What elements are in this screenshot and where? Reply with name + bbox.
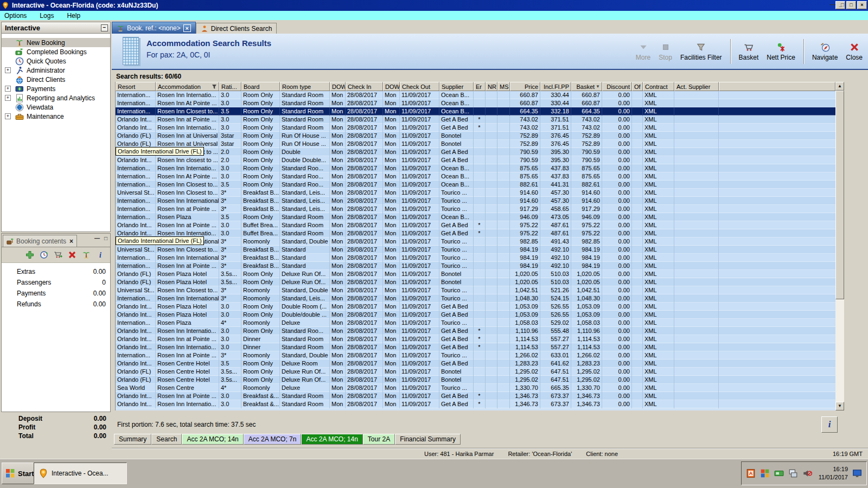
tab-direct-clients-search[interactable]: Direct Clients Search <box>196 23 277 34</box>
add-icon[interactable] <box>25 251 34 259</box>
column-header-contract[interactable]: Contract <box>643 82 674 91</box>
table-row[interactable]: Orlando Int...Rosen Inn Internatio...3.0… <box>116 327 835 335</box>
mdi-restore-icon[interactable]: □ <box>841 2 844 8</box>
column-header-nr[interactable]: NR <box>486 82 497 91</box>
expand-plus-icon[interactable]: + <box>5 95 11 101</box>
table-row[interactable]: Internation...Rosen Inn at Pointe ...3*R… <box>116 351 835 359</box>
nett-price-button[interactable]: Nett Price <box>767 42 795 61</box>
column-header-dow[interactable]: DOW <box>383 82 400 91</box>
table-row[interactable]: Orlando Int...Rosen Inn closest to ...2.… <box>116 156 835 164</box>
table-row[interactable]: Orlando Int...Rosen Inn Internatio...3.0… <box>116 124 835 132</box>
table-row[interactable]: Orlando (FL)Rosen Inn at Universal3starR… <box>116 132 835 140</box>
column-header-check-out[interactable]: Check Out <box>400 82 439 91</box>
stop-button[interactable]: Stop <box>659 42 672 61</box>
table-row[interactable]: Internation...Rosen Inn Internatio...3.0… <box>116 91 835 99</box>
table-row[interactable]: Universal St...Rosen Inn Closest to...3*… <box>116 246 835 254</box>
sidebar-item-completed-bookings[interactable]: Completed Bookings <box>2 47 110 56</box>
tray-apps-icon[interactable] <box>760 468 770 478</box>
close-button[interactable]: × <box>857 1 867 9</box>
taskbar-task-button[interactable]: Interactive - Ocea... <box>34 463 127 484</box>
column-header-accommodation[interactable]: Accommodation <box>156 82 219 91</box>
table-row[interactable]: Internation...Rosen Plaza4*RoomonlyDelux… <box>116 319 835 327</box>
delete-icon[interactable] <box>68 251 76 259</box>
table-row[interactable]: Universal St...Rosen Inn Closest to...3*… <box>116 286 835 294</box>
navigate-button[interactable]: Navigate <box>812 42 838 61</box>
column-header-resort[interactable]: Resort <box>116 82 156 91</box>
table-row[interactable]: Orlando (FL)Rosen Inn at Universal3starR… <box>116 140 835 148</box>
display-icon[interactable] <box>852 468 862 478</box>
panel-minimize-icon[interactable]: — <box>94 235 100 241</box>
expand-plus-icon[interactable]: + <box>5 113 11 119</box>
sidebar-item-direct-clients[interactable]: Direct Clients <box>2 75 110 84</box>
column-header-act-supplier[interactable]: Act. Supplier <box>674 82 719 91</box>
tab-book-ref-none[interactable]: Book. ref.: <none>× <box>112 22 196 34</box>
sidebar-item-quick-quotes[interactable]: Quick Quotes <box>2 56 110 66</box>
basket-button[interactable]: Basket <box>739 42 759 61</box>
info-button[interactable]: i <box>821 416 838 433</box>
section-tab-acc-2a-mco-14n[interactable]: Acc 2A MCO; 14n <box>301 434 362 445</box>
scrollbar-thumb[interactable] <box>835 91 844 299</box>
sidebar-item-new-booking[interactable]: New Booking <box>2 38 110 47</box>
table-row[interactable]: Internation...Rosen Inn International3*B… <box>116 197 835 205</box>
tray-mute-icon[interactable] <box>802 468 812 478</box>
sidebar-item-administrator[interactable]: +Administrator <box>2 66 110 75</box>
table-row[interactable]: Internation...Rosen Inn At Pointe ...3.0… <box>116 172 835 181</box>
column-header-rati[interactable]: Rati... <box>219 82 241 91</box>
collapse-icon[interactable]: − <box>101 24 108 31</box>
tray-network-icon[interactable] <box>788 468 798 478</box>
table-row[interactable]: Internation...Rosen Inn Closest to...3.5… <box>116 181 835 189</box>
maximize-button[interactable]: □ <box>846 1 856 9</box>
table-row[interactable]: Internation...Rosen Inn Internatio...3.0… <box>116 164 835 172</box>
table-row[interactable]: Orlando (FL)Rosen Centre Hotel3.5s...Roo… <box>116 368 835 376</box>
table-row[interactable]: Internation...Rosen Inn International3*R… <box>116 294 835 303</box>
table-row[interactable]: Orlando Int...Rosen Plaza Hotel3.0Room O… <box>116 311 835 319</box>
facilities-filter-button[interactable]: Facilities Filter <box>680 42 722 61</box>
scroll-down-icon[interactable]: ▼ <box>835 402 844 410</box>
section-tab-search[interactable]: Search <box>151 434 182 445</box>
table-row[interactable]: Orlando (FL)Rosen Plaza Hotel3.5s...Room… <box>116 270 835 278</box>
table-row[interactable]: Orlando Int...Rosen Inn closest to ...2.… <box>116 148 835 156</box>
menu-logs[interactable]: Logs <box>40 12 54 20</box>
table-row[interactable]: Orlando Int...Rosen Inn Internatio...3.0… <box>116 343 835 351</box>
column-header-room-type[interactable]: Room type <box>280 82 330 91</box>
table-row[interactable]: Sea WorldRosen Centre4*RoomonlyDeluxeMon… <box>116 384 835 392</box>
column-header-check-in[interactable]: Check In <box>346 82 383 91</box>
booking-contents-tab[interactable]: Booking contents × <box>3 235 77 247</box>
menu-options[interactable]: Options <box>4 12 27 20</box>
more-button[interactable]: More <box>636 42 650 61</box>
expand-plus-icon[interactable]: + <box>5 67 11 73</box>
table-row[interactable]: Orlando Int...Rosen Inn at Pointe ...3.0… <box>116 392 835 400</box>
table-row[interactable]: Orlando Int...Rosen Inn at Pointe ...3.0… <box>116 115 835 124</box>
close-button[interactable]: Close <box>846 42 863 61</box>
table-row[interactable]: Orlando Int...Rosen Inn at Pointe ...3.0… <box>116 221 835 229</box>
column-header-incl-fl-pp[interactable]: Incl.Fl.PP <box>540 82 571 91</box>
section-tab-acc-2a-mco-14n[interactable]: Acc 2A MCO; 14n <box>182 434 243 445</box>
sidebar-item-maintenance[interactable]: +Maintenance <box>2 112 110 121</box>
column-header-basket[interactable]: Basket▼ <box>571 82 602 91</box>
tray-card-icon[interactable] <box>774 468 784 478</box>
column-header-board[interactable]: Board <box>241 82 280 91</box>
table-row[interactable]: Orlando (FL)Rosen Plaza Hotel3.5s...Room… <box>116 278 835 286</box>
expand-plus-icon[interactable]: + <box>5 86 11 92</box>
table-row[interactable]: Universal St...Rosen Inn Closest to...3*… <box>116 189 835 197</box>
table-row[interactable]: Internation...Rosen Inn At Pointe ...3.0… <box>116 99 835 107</box>
table-row[interactable]: Internation...Rosen Inn Closest to...3.5… <box>116 107 835 115</box>
palm-icon[interactable] <box>82 251 91 259</box>
table-row[interactable]: Orlando Int...Rosen Inn at Pointe ...3.0… <box>116 335 835 343</box>
panel-maximize-icon[interactable]: □ <box>104 235 107 241</box>
section-tab-summary[interactable]: Summary <box>114 434 151 445</box>
table-row[interactable]: Orlando Int...Rosen Plaza Hotel3.0Room O… <box>116 303 835 311</box>
sidebar-item-payments[interactable]: +Payments <box>2 84 110 93</box>
vertical-scrollbar[interactable]: ▲ ▼ <box>835 82 844 410</box>
mdi-minimize-icon[interactable]: — <box>830 2 835 8</box>
table-row[interactable]: Internation...Rosen Inn at Pointe ...3*B… <box>116 205 835 213</box>
tray-doc-icon[interactable]: A <box>746 468 756 478</box>
table-row[interactable]: Internation...Rosen Plaza3.5Room OnlySta… <box>116 213 835 221</box>
sidebar-item-reporting-and-analytics[interactable]: +Reporting and Analytics <box>2 93 110 102</box>
table-row[interactable]: Orlando Int...Rosen Inn Internatio...3.0… <box>116 400 835 408</box>
table-row[interactable]: Orlando Int...Rosen Inn Internatio...3.0… <box>116 229 835 237</box>
table-row[interactable]: Orlando Int...Rosen Inn International3*R… <box>116 237 835 246</box>
scroll-up-icon[interactable]: ▲ <box>835 82 844 91</box>
sidebar-item-viewdata[interactable]: Viewdata <box>2 102 110 112</box>
basket-add-icon[interactable] <box>54 251 62 259</box>
